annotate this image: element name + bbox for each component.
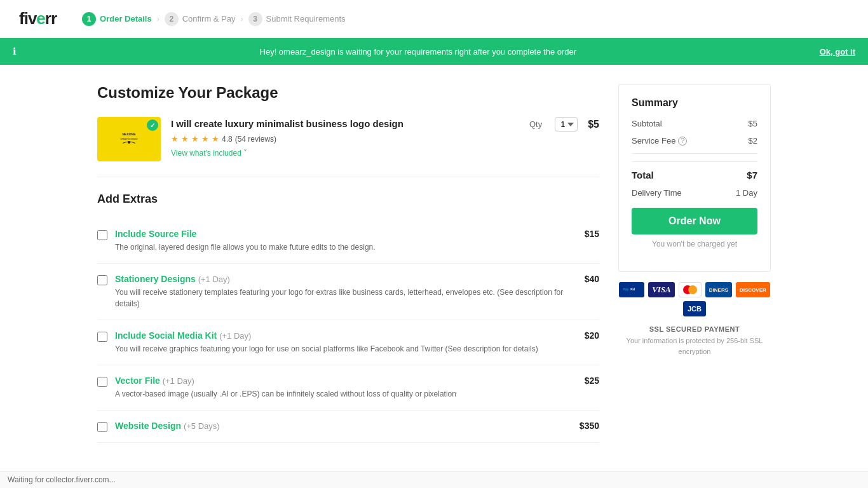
main-content: Customize Your Package NEXONE CREATIVE S… [85, 65, 783, 462]
svg-text:CREATIVE STUDIO: CREATIVE STUDIO [120, 138, 138, 140]
extras-list: Include Source File The original, layere… [97, 219, 599, 443]
extra-price-0: $15 [585, 229, 599, 239]
diners-icon: DINERS [705, 282, 732, 297]
step-arrow-2: › [241, 15, 243, 24]
extra-item: Include Social Media Kit (+1 Day) You wi… [97, 320, 599, 365]
extra-name-4[interactable]: Website Design (+5 Days) [115, 421, 572, 431]
step-2-label: Confirm & Pay [182, 14, 236, 24]
step-2: 2 Confirm & Pay [165, 12, 236, 26]
star-4: ★ [201, 134, 209, 144]
extra-price-2: $20 [585, 330, 599, 341]
extra-item: Website Design (+5 Days) $350 [97, 410, 599, 443]
ssl-title: SSL SECURED PAYMENT [618, 324, 771, 336]
total-label: Total [632, 170, 654, 180]
service-fee-value: $2 [749, 136, 757, 146]
delivery-row: Delivery Time 1 Day [632, 188, 757, 198]
extra-info-3: Vector File (+1 Day) A vector-based imag… [115, 376, 577, 400]
star-1: ★ [171, 134, 179, 144]
ssl-subtitle: Your information is protected by 256-bit… [627, 337, 763, 356]
extra-checkbox-4[interactable] [97, 422, 107, 432]
service-fee-row: Service Fee ? $2 [632, 136, 757, 146]
svg-text:Pal: Pal [630, 288, 635, 291]
subtotal-row: Subtotal $5 [632, 119, 757, 128]
info-banner: ℹ Hey! omearz_design is waiting for your… [0, 38, 868, 65]
extra-desc-2: You will receive graphics featuring your… [115, 343, 577, 355]
total-value: $7 [747, 170, 757, 180]
product-row: NEXONE CREATIVE STUDIO I will create lux… [97, 117, 599, 177]
product-qty-price: Qty 1 2 3 $5 [529, 117, 599, 132]
extra-price-3: $25 [585, 376, 599, 386]
star-5: ★ [212, 134, 219, 144]
step-1: 1 Order Details [82, 12, 152, 26]
subtotal-value: $5 [749, 119, 757, 128]
extra-checkbox-0[interactable] [97, 230, 107, 240]
paypal-icon: Pay Pal [619, 282, 644, 297]
delivery-label: Delivery Time [632, 188, 682, 198]
star-3: ★ [191, 134, 199, 144]
summary-title: Summary [632, 97, 757, 109]
qty-label: Qty [529, 119, 542, 129]
quantity-select[interactable]: 1 2 3 [555, 117, 578, 132]
step-arrow-1: › [157, 15, 159, 24]
page-title: Customize Your Package [97, 84, 599, 102]
total-row: Total $7 [632, 161, 757, 180]
extra-checkbox-1[interactable] [97, 275, 107, 285]
extra-name-1[interactable]: Stationery Designs (+1 Day) [115, 274, 577, 284]
jcb-icon: JCB [683, 301, 706, 316]
summary-card: Summary Subtotal $5 Service Fee ? $2 Tot… [618, 84, 771, 272]
nexone-logo: NEXONE CREATIVE STUDIO [113, 126, 145, 153]
no-charge-text: You won't be charged yet [632, 240, 757, 248]
service-fee-label: Service Fee ? [632, 136, 687, 146]
extra-item: Stationery Designs (+1 Day) You will rec… [97, 264, 599, 320]
step-1-label: Order Details [100, 14, 152, 24]
svg-text:NEXONE: NEXONE [122, 132, 136, 136]
delivery-value: 1 Day [736, 188, 757, 198]
svg-point-3 [128, 141, 130, 144]
extra-name-0[interactable]: Include Source File [115, 229, 577, 239]
extra-info-4: Website Design (+5 Days) [115, 421, 572, 431]
step-1-circle: 1 [82, 12, 96, 26]
extra-checkbox-2[interactable] [97, 332, 107, 342]
steps-nav: 1 Order Details › 2 Confirm & Pay › 3 Su… [82, 12, 345, 26]
extra-checkbox-3[interactable] [97, 377, 107, 387]
extra-price-1: $40 [585, 274, 599, 284]
star-2: ★ [181, 134, 189, 144]
product-title: I will create luxury minimalist business… [171, 117, 519, 130]
product-rating: ★ ★ ★ ★ ★ 4.8 (54 reviews) [171, 134, 519, 144]
product-price: $5 [588, 119, 599, 130]
extra-desc-3: A vector-based image (usually .AI or .EP… [115, 388, 577, 400]
seller-badge [147, 119, 158, 131]
step-3: 3 Submit Requirements [248, 12, 346, 26]
mastercard-icon [679, 282, 702, 297]
rating-value: 4.8 [222, 135, 233, 144]
order-now-button[interactable]: Order Now [632, 208, 757, 234]
content-area: Customize Your Package NEXONE CREATIVE S… [97, 84, 599, 443]
extra-item: Include Source File The original, layere… [97, 219, 599, 264]
banner-ok-link[interactable]: Ok, got it [820, 47, 855, 57]
header: fiverr 1 Order Details › 2 Confirm & Pay… [0, 0, 868, 38]
extra-desc-0: The original, layered design file allows… [115, 241, 577, 253]
extra-info-2: Include Social Media Kit (+1 Day) You wi… [115, 330, 577, 355]
summary-divider [632, 153, 757, 154]
extra-name-3[interactable]: Vector File (+1 Day) [115, 376, 577, 386]
extra-price-4: $350 [580, 421, 599, 431]
extra-desc-1: You will receive stationery templates fe… [115, 287, 577, 309]
info-icon: ℹ [13, 46, 17, 57]
payment-icons: Pay Pal VISA DINERS DISCOVER JCB [618, 282, 771, 316]
extras-title: Add Extras [97, 193, 599, 206]
service-fee-help-icon[interactable]: ? [678, 137, 687, 146]
step-3-circle: 3 [248, 12, 262, 26]
extra-info-1: Stationery Designs (+1 Day) You will rec… [115, 274, 577, 309]
extra-item: Vector File (+1 Day) A vector-based imag… [97, 365, 599, 410]
view-included-link[interactable]: View what's included ˅ [171, 149, 247, 158]
ssl-info: SSL SECURED PAYMENT Your information is … [618, 324, 771, 358]
subtotal-label: Subtotal [632, 119, 662, 128]
fiverr-logo[interactable]: fiverr [19, 9, 57, 29]
extra-name-2[interactable]: Include Social Media Kit (+1 Day) [115, 330, 577, 341]
product-image: NEXONE CREATIVE STUDIO [97, 117, 161, 161]
discover-icon: DISCOVER [736, 282, 770, 297]
svg-text:Pay: Pay [623, 288, 629, 291]
banner-text: Hey! omearz_design is waiting for your r… [22, 47, 815, 57]
visa-icon: VISA [648, 282, 675, 297]
step-3-label: Submit Requirements [266, 14, 346, 24]
